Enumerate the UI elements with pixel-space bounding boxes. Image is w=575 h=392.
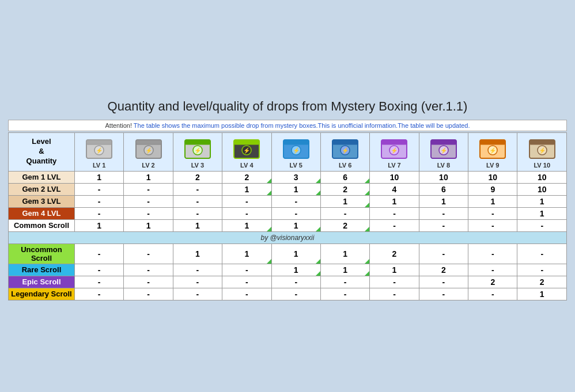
box-visual-lv2: ⚡: [134, 135, 164, 161]
cell-r7-c4: -: [271, 276, 320, 288]
cell-r6-c8: -: [468, 264, 517, 276]
cell-r6-c3: -: [222, 264, 271, 276]
row-label-gem-2-lvl: Gem 2 LVL: [9, 183, 75, 195]
cell-r1-c1: -: [124, 183, 173, 195]
cell-r6-c7: 2: [419, 264, 468, 276]
svg-rect-9: [185, 140, 210, 144]
header-lv9: ⚡ LV 9: [468, 132, 517, 171]
cell-r7-c8: 2: [468, 276, 517, 288]
attention-highlighted: The table shows the maximum possible dro…: [134, 122, 470, 129]
box-visual-lv10: ⚡: [527, 135, 557, 161]
cell-r3-c0: -: [74, 207, 123, 219]
main-table: Level&Quantity ⚡ LV 1: [8, 132, 567, 300]
table-row: Epic Scroll--------22: [9, 276, 567, 288]
page-title: Quantity and level/quality of drops from…: [8, 92, 567, 120]
lv8-label: LV 8: [437, 162, 450, 169]
row-label-rare-scroll: Rare Scroll: [9, 264, 75, 276]
cell-r0-c9: 10: [517, 171, 567, 183]
row-label-gem-4-lvl: Gem 4 LVL: [9, 207, 75, 219]
cell-r3-c4: -: [271, 207, 320, 219]
cell-r4-c6: -: [370, 219, 419, 231]
row-label-common-scroll: Common Scroll: [9, 219, 75, 231]
table-row: Gem 4 LVL---------1: [9, 207, 567, 219]
cell-r0-c8: 10: [468, 171, 517, 183]
cell-r5-c9: -: [517, 243, 567, 264]
cell-r8-c7: -: [419, 288, 468, 300]
box-icon-lv1: ⚡ LV 1: [76, 135, 122, 169]
svg-text:⚡: ⚡: [342, 147, 349, 154]
cell-r8-c0: -: [74, 288, 123, 300]
cell-r4-c9: -: [517, 219, 567, 231]
header-lv6: ⚡ LV 6: [320, 132, 369, 171]
cell-r4-c0: 1: [74, 219, 123, 231]
cell-r6-c6: 1: [370, 264, 419, 276]
cell-r3-c6: -: [370, 207, 419, 219]
cell-r8-c2: -: [173, 288, 222, 300]
cell-r7-c6: -: [370, 276, 419, 288]
box-visual-lv1: ⚡: [84, 135, 114, 161]
cell-r5-c4: 1: [271, 243, 320, 264]
cell-r3-c3: -: [222, 207, 271, 219]
svg-text:⚡: ⚡: [243, 147, 251, 154]
cell-r7-c5: -: [320, 276, 369, 288]
cell-r4-c2: 1: [173, 219, 222, 231]
table-row: Rare Scroll----1112--: [9, 264, 567, 276]
row-label-gem-1-lvl: Gem 1 LVL: [9, 171, 75, 183]
box-icon-lv8: ⚡ LV 8: [421, 135, 467, 169]
cell-r0-c6: 10: [370, 171, 419, 183]
box-visual-lv7: ⚡: [379, 135, 409, 161]
box-visual-lv5: ⚡: [281, 135, 311, 161]
svg-rect-1: [86, 140, 112, 144]
box-icon-lv10: ⚡ LV 10: [519, 135, 565, 169]
cell-r0-c2: 2: [173, 171, 222, 183]
cell-r7-c9: 2: [517, 276, 567, 288]
cell-r0-c7: 10: [419, 171, 468, 183]
svg-rect-17: [283, 140, 309, 144]
cell-r2-c6: 1: [370, 195, 419, 207]
cell-r2-c2: -: [173, 195, 222, 207]
cell-r4-c5: 2: [320, 219, 369, 231]
header-lv7: ⚡ LV 7: [370, 132, 419, 171]
box-visual-lv6: ⚡: [330, 135, 360, 161]
svg-text:⚡: ⚡: [440, 147, 448, 154]
cell-r3-c8: -: [468, 207, 517, 219]
cell-r2-c8: 1: [468, 195, 517, 207]
cell-r8-c6: -: [370, 288, 419, 300]
cell-r0-c1: 1: [124, 171, 173, 183]
svg-text:⚡: ⚡: [391, 147, 398, 154]
lv6-label: LV 6: [339, 162, 351, 169]
svg-rect-25: [381, 140, 407, 144]
box-icon-lv2: ⚡ LV 2: [125, 135, 171, 169]
cell-r4-c4: 1: [271, 219, 320, 231]
row-label-uncommon-scroll: Uncommon Scroll: [9, 243, 75, 264]
cell-r8-c5: -: [320, 288, 369, 300]
table-row: Gem 3 LVL-----11111: [9, 195, 567, 207]
svg-rect-21: [332, 140, 358, 144]
cell-r5-c6: 2: [370, 243, 419, 264]
cell-r8-c4: -: [271, 288, 320, 300]
cell-r7-c2: -: [173, 276, 222, 288]
cell-r6-c5: 1: [320, 264, 369, 276]
svg-rect-37: [529, 140, 555, 144]
header-lv4: ⚡ LV 4: [222, 132, 271, 171]
cell-r3-c7: -: [419, 207, 468, 219]
cell-r8-c9: 1: [517, 288, 567, 300]
cell-r0-c0: 1: [74, 171, 123, 183]
cell-r7-c0: -: [74, 276, 123, 288]
box-visual-lv4: ⚡: [232, 135, 262, 161]
lv3-label: LV 3: [191, 162, 204, 169]
cell-r5-c7: -: [419, 243, 468, 264]
cell-r6-c1: -: [124, 264, 173, 276]
cell-r1-c3: 1: [222, 183, 271, 195]
cell-r0-c4: 3: [271, 171, 320, 183]
svg-text:⚡: ⚡: [194, 147, 202, 154]
cell-r0-c5: 6: [320, 171, 369, 183]
row-label-gem-3-lvl: Gem 3 LVL: [9, 195, 75, 207]
cell-r1-c7: 6: [419, 183, 468, 195]
cell-r4-c3: 1: [222, 219, 271, 231]
cell-r8-c8: -: [468, 288, 517, 300]
cell-r2-c3: -: [222, 195, 271, 207]
cell-r5-c8: -: [468, 243, 517, 264]
cell-r3-c9: 1: [517, 207, 567, 219]
cell-r5-c2: 1: [173, 243, 222, 264]
